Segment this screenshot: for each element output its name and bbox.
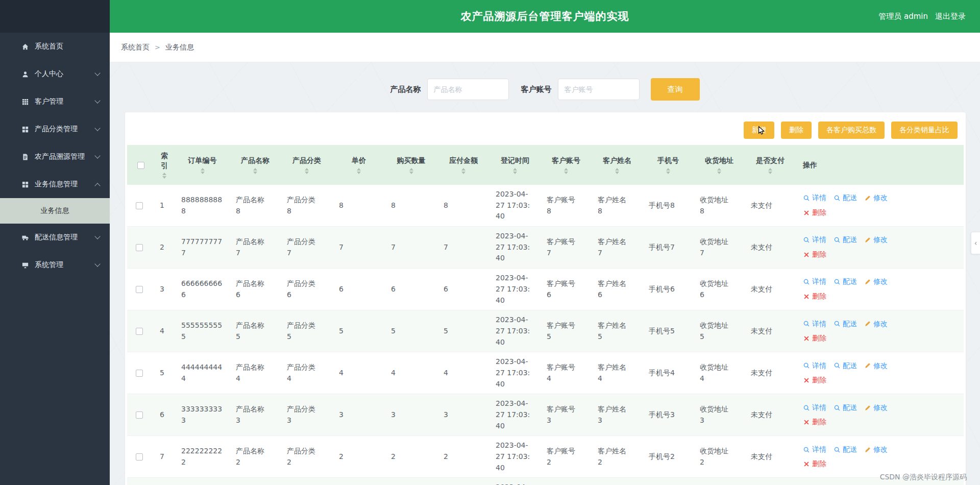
sort-control[interactable] (253, 168, 257, 174)
cell-address: 收货地址4 (694, 352, 745, 394)
magnifier-icon (803, 404, 810, 411)
sort-control[interactable] (615, 168, 619, 174)
row-checkbox[interactable] (136, 202, 143, 209)
query-button[interactable]: 查询 (651, 78, 700, 101)
sidebar-item-system[interactable]: 系统管理 (0, 251, 110, 279)
cell-category: 产品分类7 (281, 227, 333, 269)
row-checkbox[interactable] (136, 244, 143, 251)
cell-price: 7 (333, 227, 385, 269)
edit-link[interactable]: 修改 (864, 319, 888, 330)
cell-product: 产品名称8 (230, 185, 281, 227)
logout-link[interactable]: 退出登录 (935, 12, 966, 21)
row-checkbox[interactable] (136, 453, 143, 460)
chevron-down-icon (94, 70, 100, 76)
detail-link[interactable]: 详情 (803, 192, 826, 204)
sidebar-item-trace[interactable]: 农产品溯源管理 (0, 143, 110, 171)
chevron-down-icon (94, 125, 100, 131)
admin-label: 管理员 admin (878, 12, 928, 21)
cell-address: 收货地址3 (694, 394, 745, 436)
deliver-link[interactable]: 配送 (834, 192, 857, 204)
x-icon (803, 335, 810, 342)
cell-paid: 未支付 (745, 185, 796, 227)
cell-index: 2 (154, 227, 175, 269)
sort-control[interactable] (409, 168, 413, 174)
delete-link[interactable]: 删除 (803, 249, 826, 260)
cell-amount: 1 (437, 478, 489, 485)
edit-link[interactable]: 修改 (864, 402, 888, 414)
row-checkbox[interactable] (136, 370, 143, 377)
col-amount: 应付金额 (437, 145, 489, 185)
deliver-link[interactable]: 配送 (834, 234, 857, 246)
edit-link[interactable]: 修改 (864, 276, 888, 287)
cell-account: 客户账号6 (541, 269, 592, 310)
edit-link[interactable]: 修改 (864, 234, 888, 246)
delete-link[interactable]: 删除 (803, 417, 826, 428)
deliver-link[interactable]: 配送 (834, 319, 857, 330)
cell-time: 2023-04-27 17:03:40 (489, 394, 541, 436)
edit-link[interactable]: 修改 (864, 444, 888, 455)
cell-paid: 未支付 (745, 394, 796, 436)
row-checkbox[interactable] (136, 411, 143, 419)
detail-link[interactable]: 详情 (803, 319, 826, 330)
sort-control[interactable] (461, 168, 465, 174)
customer-totals-button[interactable]: 各客户购买总数 (818, 122, 885, 139)
select-all-checkbox[interactable] (137, 162, 144, 169)
product-name-input[interactable] (427, 79, 509, 100)
sidebar-item-business[interactable]: 业务信息管理 (0, 171, 110, 198)
detail-link[interactable]: 详情 (803, 276, 826, 287)
breadcrumb: 系统首页 > 业务信息 (110, 33, 980, 62)
delete-link[interactable]: 删除 (803, 458, 826, 470)
sort-control[interactable] (357, 168, 361, 174)
table-row: 36666666666产品名称6产品分类66662023-04-27 17:03… (127, 269, 964, 310)
category-share-button[interactable]: 各分类销量占比 (891, 122, 958, 139)
edit-link[interactable]: 修改 (864, 192, 888, 204)
x-icon (803, 460, 810, 468)
deliver-link[interactable]: 配送 (834, 402, 857, 414)
sort-control[interactable] (201, 168, 205, 174)
sort-control[interactable] (305, 168, 309, 174)
sidebar-item-personal[interactable]: 个人中心 (0, 60, 110, 88)
edit-link[interactable]: 修改 (864, 360, 888, 372)
cell-paid: 未支付 (745, 436, 796, 478)
breadcrumb-home[interactable]: 系统首页 (121, 43, 150, 52)
detail-link[interactable]: 详情 (803, 444, 826, 455)
deliver-link[interactable]: 配送 (834, 276, 857, 287)
sidebar-item-product-category[interactable]: 产品分类管理 (0, 115, 110, 143)
deliver-link[interactable]: 配送 (834, 360, 857, 372)
sort-control[interactable] (717, 168, 721, 174)
sidebar-item-home[interactable]: 系统首页 (0, 33, 110, 60)
detail-link[interactable]: 详情 (803, 360, 826, 372)
business-icon (21, 181, 29, 188)
cell-customer: 客户姓名3 (592, 394, 643, 436)
row-checkbox[interactable] (136, 286, 143, 293)
sort-control[interactable] (666, 168, 670, 174)
sidebar-item-delivery[interactable]: 配送信息管理 (0, 224, 110, 251)
delete-button[interactable]: 删除 (781, 122, 812, 139)
sidebar-item-label: 客户管理 (35, 97, 63, 106)
delete-link[interactable]: 删除 (803, 291, 826, 302)
cell-account: 客户账号7 (541, 227, 592, 269)
sidebar-item-customers[interactable]: 客户管理 (0, 88, 110, 115)
customer-account-input[interactable] (558, 79, 640, 100)
detail-link[interactable]: 详情 (803, 402, 826, 414)
sort-control[interactable] (564, 168, 568, 174)
delete-link[interactable]: 删除 (803, 207, 826, 219)
sort-control[interactable] (768, 168, 772, 174)
sidebar-subitem-business-info[interactable]: 业务信息 (0, 198, 110, 224)
sort-control[interactable] (162, 173, 166, 179)
cell-paid: 未支付 (745, 478, 796, 485)
cell-paid: 未支付 (745, 227, 796, 269)
deliver-link[interactable]: 配送 (834, 444, 857, 455)
add-button[interactable]: 新增 (744, 122, 774, 139)
delete-link[interactable]: 删除 (803, 333, 826, 344)
magnifier-icon (834, 195, 841, 202)
magnifier-icon (834, 320, 841, 327)
col-phone: 手机号 (643, 145, 694, 185)
sidebar-collapse-tab[interactable]: ‹ (971, 232, 980, 254)
detail-link[interactable]: 详情 (803, 234, 826, 246)
delete-link[interactable]: 删除 (803, 375, 826, 386)
table-toolbar: 新增 删除 各客户购买总数 各分类销量占比 (125, 112, 966, 145)
sort-control[interactable] (513, 168, 517, 174)
row-checkbox[interactable] (136, 328, 143, 335)
row-select-cell (127, 269, 154, 310)
